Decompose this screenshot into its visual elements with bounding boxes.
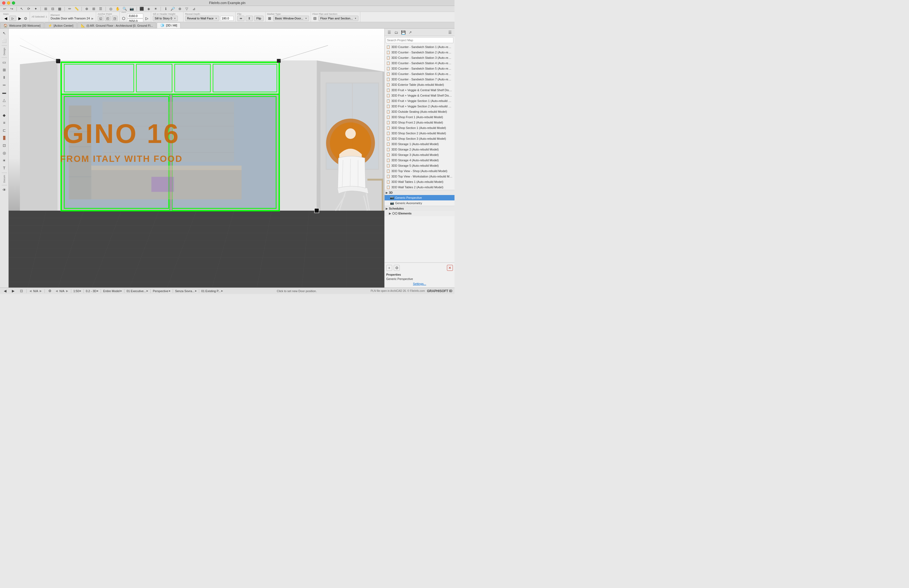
pm-item-3dd-shop-front-1[interactable]: 📋3DD Shop Front 1 (Auto-rebuild Model) (385, 115, 454, 120)
pm-item-3dd-top-shop[interactable]: 📋3DD Top View - Shop (Auto-rebuild Model… (385, 168, 454, 174)
sill-dropdown[interactable]: Sill to Story 0 (153, 16, 178, 21)
find-btn[interactable]: 🔎 (170, 6, 176, 11)
pm-item-3dd-wall-tables-2[interactable]: 📋3DD Wall Tables 2 (Auto-rebuild Model) (385, 184, 454, 190)
stair-tool[interactable]: ≡ (1, 119, 8, 126)
size-width-input[interactable] (127, 13, 143, 18)
maximize-button[interactable] (12, 2, 15, 5)
nav-fwd2[interactable]: ▶ (66, 289, 69, 292)
pm-item-3dd-counter-5[interactable]: 📋3DD Counter - Sandwich Station 5 (Auto-… (385, 66, 454, 71)
scale-dropdown[interactable]: 1:50 (73, 289, 81, 292)
close-view-btn[interactable]: ✕ (447, 265, 453, 271)
pm-item-3dd-storage-1[interactable]: 📋3DD Storage 1 (Auto-rebuild Model) (385, 141, 454, 147)
close-button[interactable] (2, 2, 5, 5)
anchor-btn-2[interactable]: ◰ (105, 16, 111, 21)
pointer-tool[interactable]: ↖ (1, 30, 8, 37)
nav-back2[interactable]: ◀ (55, 289, 58, 292)
settings-view-btn[interactable]: ⚙ (394, 265, 400, 271)
marquee-tool[interactable]: ⬜ (1, 37, 8, 44)
pm-item-3dd-top-work[interactable]: 📋3DD Top View - Workstation (Auto-rebuil… (385, 174, 454, 179)
floor-plan-dropdown[interactable]: Floor Plan and Section... (319, 16, 358, 21)
panel-save-btn[interactable]: 💾 (400, 29, 406, 36)
pm-item-3dd-counter-3[interactable]: 📋3DD Counter - Sandwich Station 3 (Auto-… (385, 55, 454, 60)
pm-item-3dd-counter-2[interactable]: 📋3DD Counter - Sandwich Station 2 (Auto-… (385, 50, 454, 55)
size-height-input[interactable] (127, 19, 143, 23)
settings-link[interactable]: Settings... (413, 282, 426, 285)
camera-btn[interactable]: 📷 (129, 6, 135, 11)
zoom-fit-btn[interactable]: ⊡ (18, 289, 24, 294)
view-area[interactable]: GINO 16 FROM ITALY WITH FOOD (9, 29, 384, 288)
slab-tool[interactable]: ▬ (1, 89, 8, 96)
pm-item-3dd-storage-2[interactable]: 📋3DD Storage 2 (Auto-rebuild Model) (385, 147, 454, 152)
pan-btn[interactable]: ✋ (115, 6, 121, 11)
measure-tool[interactable]: 📏 (74, 6, 79, 11)
pm-item-3dd-counter-7[interactable]: 📋3DD Counter - Sandwich Station 7 (Auto-… (385, 77, 454, 82)
pm-item-3dd-veggie-1[interactable]: 📋3DD Fruit + Veggie Section 1 (Auto-rebu… (385, 98, 454, 103)
panel-folder-btn[interactable]: 🗂 (393, 29, 399, 36)
status-fwd-btn[interactable]: ▶ (10, 289, 16, 294)
pm-item-3dd-counter-4[interactable]: 📋3DD Counter - Sandwich Station 4 (Auto-… (385, 60, 454, 66)
anchor-btn-3[interactable]: ◳ (112, 16, 118, 21)
reveal-dropdown[interactable]: Reveal to Wall Face (185, 16, 219, 21)
orbit-btn[interactable]: ◎ (108, 6, 114, 11)
step-btn[interactable]: ▷ (9, 16, 16, 21)
tab-action[interactable]: ⚡ [Action Center] (45, 23, 77, 28)
trace-btn[interactable]: ⊿ (191, 6, 197, 11)
rotate-tool[interactable]: ⟳ (26, 6, 32, 11)
model-dropdown[interactable]: Entire Model (103, 289, 122, 292)
minimize-button[interactable] (7, 2, 10, 5)
add-view-btn[interactable]: + (386, 265, 392, 271)
prev-icon[interactable]: ◀ (3, 16, 8, 21)
pm-item-3dd-storage-5[interactable]: 📋3DD Storage 5 (Auto-rebuild Model) (385, 163, 454, 168)
flip-vertical[interactable]: ⇕ (246, 16, 253, 21)
display-btn[interactable]: ◈ (146, 6, 152, 11)
anchor-btn-1[interactable]: ◱ (98, 16, 104, 21)
beam-tool[interactable]: ═ (1, 81, 8, 89)
size-lock[interactable]: ▷ (144, 16, 149, 21)
pm-item-3dd-fruit-2[interactable]: 📋3DD Fruit + Veggie & Central Wall Shelf… (385, 93, 454, 98)
tab-3d-all[interactable]: 🧊 [3D / All] (157, 23, 181, 28)
zoom-in-btn[interactable]: 🔍 (122, 6, 128, 11)
curtain-wall-tool[interactable]: ⊞ (1, 66, 8, 73)
undo-button[interactable]: ↩ (2, 6, 8, 11)
shell-tool[interactable]: ⌒ (1, 104, 8, 111)
pm-item-3dd-wall-tables-1[interactable]: 📋3DD Wall Tables 1 (Auto-rebuild Model) (385, 179, 454, 184)
lamp-tool[interactable]: ☀ (1, 157, 8, 164)
roof-tool[interactable]: △ (1, 97, 8, 103)
element-next[interactable]: ▶ (91, 17, 94, 20)
perspective-dropdown[interactable]: Perspective (153, 289, 170, 292)
pm-item-3dd-outside[interactable]: 📋3DD Outside Seating (Auto-rebuild Model… (385, 109, 454, 115)
panel-menu-btn[interactable]: ☰ (447, 29, 453, 36)
object-tool[interactable]: ◎ (1, 149, 8, 157)
grid-btn[interactable]: ⊞ (91, 6, 97, 11)
pm-section-schedules[interactable]: ▶Schedules (385, 206, 454, 211)
view-dropdown[interactable]: 0.2 - 3D (86, 289, 99, 292)
panel-share-btn[interactable]: ↗ (407, 29, 413, 36)
pm-item-generic-perspective[interactable]: 📷Generic Perspective (385, 195, 454, 200)
info-btn[interactable]: ℹ (163, 6, 169, 11)
status-btn2[interactable]: ⚙ (47, 289, 53, 294)
viewpoint-btn[interactable]: 👁 (1, 186, 8, 194)
coord-btn[interactable]: ⊛ (177, 6, 183, 11)
door-tool[interactable]: 🚪 (1, 134, 8, 141)
pm-item-3dd-ext-table[interactable]: 📋3DD Exterior Table (Auto-rebuild Model) (385, 82, 454, 87)
pm-section-elements[interactable]: ▶⬡⬡ Elements (385, 211, 454, 216)
marker-dropdown[interactable]: Basic Window-Door... (273, 16, 309, 21)
pm-item-3dd-counter-6[interactable]: 📋3DD Counter - Sandwich Station 6 (Auto-… (385, 71, 454, 77)
group-btn[interactable]: ▦ (57, 6, 63, 11)
view2-dropdown[interactable]: Senza Sovra... (175, 289, 197, 292)
wall-tool[interactable]: ▭ (1, 59, 8, 66)
lock-icon[interactable]: ⊙ (23, 16, 28, 21)
window-tool[interactable]: ⊡ (1, 142, 8, 149)
railing-tool[interactable]: ⊏ (1, 127, 8, 134)
deselect-btn[interactable]: ⊟ (50, 6, 56, 11)
pm-item-3dd-shop-section-2[interactable]: 📋3DD Shop Section 2 (Auto-rebuild Model) (385, 131, 454, 136)
redo-button[interactable]: ↪ (9, 6, 15, 11)
tab-ground-floor[interactable]: 📐 (I) AR. Ground Floor - Architectural [… (78, 23, 157, 28)
next-icon[interactable]: ▶ (17, 16, 22, 21)
pm-item-3dd-shop-section-1[interactable]: 📋3DD Shop Section 1 (Auto-rebuild Model) (385, 125, 454, 131)
project-map-search[interactable] (386, 37, 453, 43)
flip-horizontal[interactable]: ⇔ (237, 16, 244, 21)
pm-item-3dd-fruit-1[interactable]: 📋3DD Fruit + Veggie & Central Wall Shelf… (385, 87, 454, 93)
reveal-input[interactable] (220, 16, 234, 21)
tab-welcome[interactable]: 🏠 Welcome [00 Welcome] (0, 23, 44, 28)
